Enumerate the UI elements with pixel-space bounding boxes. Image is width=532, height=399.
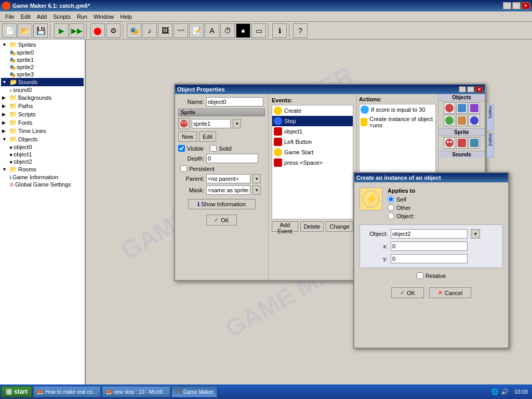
ci-object-browse[interactable]: ▾ — [471, 229, 480, 238]
persistent-checkbox[interactable] — [180, 165, 187, 172]
start-button[interactable]: ⊞ start — [1, 386, 32, 397]
event-step[interactable]: Step — [272, 116, 353, 126]
spr-panel-btn-3[interactable] — [469, 137, 480, 149]
save-button[interactable]: 💾 — [33, 23, 48, 38]
room-button[interactable]: ▭ — [251, 23, 266, 38]
tree-objects-group[interactable]: ▼ 📁 Objects — [1, 135, 84, 143]
debug-button[interactable]: ▶▶ — [70, 23, 84, 38]
tree-sprite3[interactable]: 🎭 sprite3 — [8, 71, 84, 78]
tree-paths-group[interactable]: ▶ 📁 Paths — [1, 102, 84, 110]
obj-panel-btn-6[interactable] — [469, 115, 480, 126]
obj-props-minimize[interactable]: _ — [459, 86, 466, 92]
taskbar-item-2[interactable]: 🎮 Game Maker — [171, 386, 217, 397]
tree-backgrounds-group[interactable]: ▶ 📁 Backgrounds — [1, 94, 84, 102]
sprite-new-button[interactable]: New — [178, 131, 197, 142]
ci-object-radio[interactable] — [388, 212, 394, 219]
tree-game-info[interactable]: ℹ Game Information — [1, 174, 84, 181]
tree-object1[interactable]: ● object1 — [8, 151, 84, 158]
mask-input[interactable] — [206, 185, 250, 195]
tree-rooms-group[interactable]: ▼ 📁 Rooms — [1, 165, 84, 174]
menu-edit[interactable]: Edit — [18, 12, 34, 21]
tree-sound0[interactable]: ♪ sound0 — [8, 86, 84, 94]
obj-panel-btn-1[interactable] — [444, 102, 455, 114]
ci-self-radio[interactable] — [388, 196, 394, 203]
show-info-button[interactable]: ℹ Show Information — [188, 199, 256, 209]
tree-object2[interactable]: ● object2 — [8, 158, 84, 165]
visible-checkbox[interactable] — [178, 145, 185, 152]
close-button[interactable]: ✕ — [522, 2, 530, 9]
sprite-button[interactable]: 🎭 — [127, 23, 141, 38]
menu-window[interactable]: Window — [90, 12, 117, 21]
action-create-instance[interactable]: Create instance of object <uno — [360, 115, 435, 129]
ci-relative-checkbox[interactable] — [417, 272, 423, 279]
ci-self-radio-label[interactable]: Self — [388, 196, 415, 203]
name-input[interactable] — [206, 97, 263, 107]
help-button[interactable]: ? — [293, 23, 308, 38]
solid-checkbox[interactable] — [210, 145, 217, 152]
delete-event-button[interactable]: Delete — [300, 221, 324, 232]
menu-run[interactable]: Run — [74, 12, 90, 21]
sound-button[interactable]: ♪ — [142, 23, 157, 38]
timeline-button[interactable]: ⏱ — [220, 23, 235, 38]
tree-sprites-group[interactable]: ▼ 📁 Sprites — [1, 41, 84, 49]
obj-panel-btn-3[interactable] — [469, 102, 480, 114]
obj-props-maximize[interactable]: □ — [467, 86, 474, 92]
ci-cancel-button[interactable]: ✕ Cancel — [429, 287, 471, 298]
tree-sounds-group[interactable]: ▼ 📁 Sounds — [1, 78, 84, 86]
tree-object0[interactable]: ● object0 — [8, 143, 84, 151]
tree-global-settings[interactable]: ⚙ Global Game Settings — [1, 181, 84, 188]
tree-fonts-group[interactable]: ▶ 📁 Fonts — [1, 118, 84, 127]
menu-add[interactable]: Add — [34, 12, 50, 21]
minimize-button[interactable]: _ — [503, 2, 511, 9]
run-button[interactable]: ▶ — [54, 23, 69, 38]
ci-ok-button[interactable]: ✓ OK — [391, 287, 424, 298]
tab-main2[interactable]: main2 — [487, 132, 494, 158]
sprite-edit-button[interactable]: Edit — [199, 131, 216, 142]
event-left-button[interactable]: Left Button — [272, 137, 353, 147]
stop-button[interactable]: ⬤ — [90, 23, 105, 38]
ci-other-radio[interactable] — [388, 204, 394, 211]
ci-y-input[interactable] — [391, 254, 468, 263]
mask-browse-button[interactable]: ▾ — [252, 185, 261, 195]
menu-help[interactable]: Help — [117, 12, 135, 21]
parent-input[interactable] — [206, 174, 250, 183]
sprite-browse-button[interactable]: ▾ — [233, 119, 241, 128]
tree-scripts-group[interactable]: ▶ 📁 Scripts — [1, 110, 84, 118]
tree-timelines-group[interactable]: ▶ 📁 Time Lines — [1, 127, 84, 135]
menu-file[interactable]: File — [2, 12, 18, 21]
ci-object-input[interactable] — [391, 229, 468, 238]
spr-panel-btn-1[interactable] — [444, 137, 455, 149]
event-object1[interactable]: object1 — [272, 126, 353, 137]
depth-input[interactable] — [206, 154, 258, 163]
ci-x-input[interactable] — [391, 242, 468, 251]
tab-main1[interactable]: main1 — [487, 104, 494, 130]
script-button[interactable]: 📝 — [189, 23, 204, 38]
event-press-space[interactable]: press <Space> — [272, 157, 353, 168]
taskbar-item-1[interactable]: 🦊 new step : 10 - Mozill... — [102, 386, 170, 397]
taskbar-item-0[interactable]: 🦊 How to make real co... — [33, 386, 100, 397]
ci-other-radio-label[interactable]: Other — [388, 204, 415, 211]
tree-sprite0[interactable]: 🎭 sprite0 — [8, 49, 84, 56]
menu-scripts[interactable]: Scripts — [50, 12, 74, 21]
path-button[interactable]: 〰 — [174, 23, 188, 38]
event-create[interactable]: Create — [272, 105, 353, 116]
font-button[interactable]: A — [205, 23, 219, 38]
game-info-button[interactable]: ℹ — [272, 23, 287, 38]
event-game-start[interactable]: Game Start — [272, 147, 353, 157]
obj-panel-btn-2[interactable] — [456, 102, 468, 114]
background-button[interactable]: 🖼 — [158, 23, 172, 38]
obj-panel-btn-4[interactable] — [444, 115, 455, 126]
obj-panel-btn-5[interactable] — [456, 115, 468, 126]
spr-panel-btn-2[interactable] — [456, 137, 468, 149]
open-button[interactable]: 📂 — [18, 23, 32, 38]
tree-sprite1[interactable]: 🎭 sprite1 — [8, 56, 84, 63]
change-event-button[interactable]: Change — [326, 221, 353, 232]
ok-button[interactable]: ✓ OK — [206, 215, 237, 225]
maximize-button[interactable]: □ — [512, 2, 521, 9]
resource-button[interactable]: ⚙ — [106, 23, 121, 38]
add-event-button[interactable]: Add Event — [272, 221, 298, 232]
sprite-name-input[interactable] — [192, 119, 231, 128]
parent-browse-button[interactable]: ▾ — [252, 174, 261, 183]
ci-object-radio-label[interactable]: Object: — [388, 212, 415, 219]
obj-props-close[interactable]: ✕ — [475, 86, 483, 92]
